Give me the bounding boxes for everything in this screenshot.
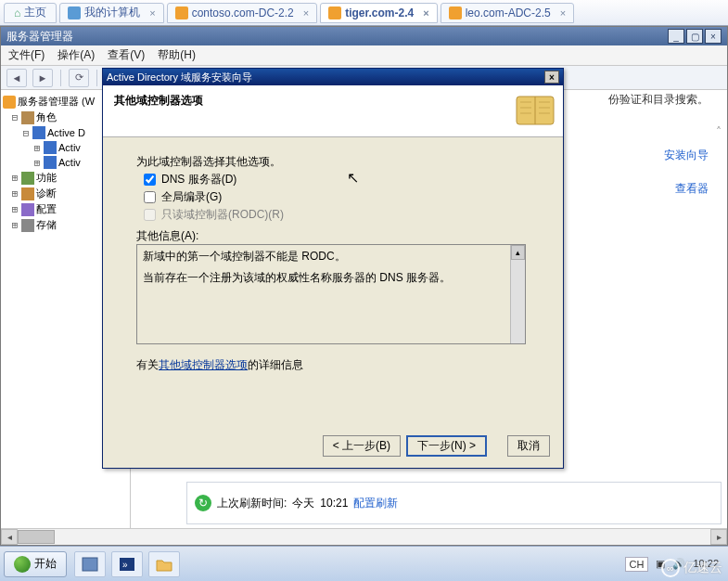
close-button[interactable]: × <box>705 29 722 44</box>
status-label: 上次刷新时间: <box>217 496 287 511</box>
tab-label: contoso.com-DC-2.2 <box>192 6 294 19</box>
collapse-arrow-icon[interactable]: ˄ <box>716 125 722 138</box>
expand-icon[interactable]: ⊞ <box>32 142 42 154</box>
expand-icon[interactable]: ⊞ <box>10 187 19 200</box>
more-prefix: 有关 <box>136 358 159 371</box>
rodc-checkbox <box>144 209 156 221</box>
expand-icon[interactable]: ⊞ <box>10 219 19 231</box>
taskbar-apps: » <box>74 551 180 577</box>
content-link[interactable]: 查看器 <box>675 181 709 197</box>
menu-action[interactable]: 操作(A) <box>57 47 95 63</box>
option-dns-row: DNS 服务器(D) <box>144 172 530 187</box>
task-powershell-icon[interactable]: » <box>111 551 143 577</box>
close-icon[interactable]: × <box>423 7 428 19</box>
roles-icon <box>21 111 34 124</box>
maximize-button[interactable]: ▢ <box>686 29 703 44</box>
horizontal-scrollbar[interactable]: ◂ ▸ <box>1 528 727 545</box>
powershell-icon: » <box>118 556 136 573</box>
scroll-thumb[interactable] <box>18 530 55 544</box>
computer-icon <box>68 6 81 19</box>
content-link[interactable]: 安装向导 <box>664 148 709 163</box>
tab-home-label: 主页 <box>24 5 46 20</box>
wizard-close-button[interactable]: × <box>544 71 559 84</box>
next-button[interactable]: 下一步(N) > <box>406 435 487 457</box>
tree-label: 服务器管理器 (W <box>18 95 95 109</box>
tab-leo[interactable]: leo.com-ADC-2.5 × <box>441 3 574 23</box>
status-refresh-link[interactable]: 配置刷新 <box>353 496 398 511</box>
wizard-titlebar[interactable]: Active Directory 域服务安装向导 × <box>103 69 563 85</box>
refresh-status-icon: ↻ <box>195 495 211 511</box>
svg-text:»: » <box>122 560 128 570</box>
watermark-text: 亿速云 <box>683 560 722 576</box>
minimize-button[interactable]: _ <box>668 29 684 44</box>
ad-icon <box>44 156 57 169</box>
task-explorer-icon[interactable] <box>148 551 180 577</box>
home-icon <box>14 6 20 19</box>
status-bar: ↻ 上次刷新时间: 今天 10:21 配置刷新 <box>186 482 722 524</box>
tab-home[interactable]: 主页 <box>4 3 57 23</box>
toolbar-back-button[interactable]: ◄ <box>6 69 27 87</box>
menu-view[interactable]: 查看(V) <box>108 47 145 63</box>
back-button[interactable]: < 上一步(B) <box>323 435 401 457</box>
more-suffix: 的详细信息 <box>248 358 303 371</box>
tree-label: Activ <box>58 157 81 168</box>
wizard-heading: 其他域控制器选项 <box>114 93 552 109</box>
collapse-icon[interactable]: ⊟ <box>10 111 19 123</box>
tab-tiger[interactable]: tiger.com-2.4 × <box>320 3 437 23</box>
tree-label: 诊断 <box>36 187 57 200</box>
vm-tab-bar: 主页 我的计算机 × contoso.com-DC-2.2 × tiger.co… <box>0 0 728 26</box>
wizard-prompt: 为此域控制器选择其他选项。 <box>136 154 530 170</box>
tree-label: 配置 <box>36 202 57 216</box>
info-line: 新域中的第一个域控制器不能是 RODC。 <box>143 249 519 265</box>
start-button[interactable]: 开始 <box>4 551 67 577</box>
close-icon[interactable]: × <box>303 7 309 19</box>
menu-file[interactable]: 文件(F) <box>8 47 45 63</box>
server-icon <box>175 6 188 19</box>
dns-checkbox[interactable] <box>144 174 156 186</box>
info-textbox[interactable]: 新域中的第一个域控制器不能是 RODC。 当前存在一个注册为该域的权威性名称服务… <box>136 244 526 344</box>
tab-contoso[interactable]: contoso.com-DC-2.2 × <box>167 3 317 23</box>
tree-label: 存储 <box>36 218 57 232</box>
info-vertical-scrollbar[interactable]: ▴ <box>510 245 525 343</box>
scroll-left-button[interactable]: ◂ <box>1 529 18 545</box>
gc-label: 全局编录(G) <box>161 189 222 205</box>
expand-icon[interactable]: ⊞ <box>10 172 19 184</box>
tree-label: Activ <box>58 142 81 153</box>
scroll-track[interactable] <box>18 529 710 545</box>
option-gc-row: 全局编录(G) <box>144 189 530 205</box>
server-icon <box>3 96 16 109</box>
more-info: 有关其他域控制器选项的详细信息 <box>136 357 530 373</box>
tab-label: 我的计算机 <box>84 5 140 20</box>
content-snippet: 份验证和目录搜索。 <box>608 92 709 108</box>
toolbar-forward-button[interactable]: ► <box>32 69 53 87</box>
more-info-link[interactable]: 其他域控制器选项 <box>159 358 248 371</box>
collapse-icon[interactable]: ⊟ <box>21 127 31 139</box>
server-manager-titlebar[interactable]: 服务器管理器 _ ▢ × <box>1 27 727 45</box>
wizard-button-row: < 上一步(B) 下一步(N) > 取消 <box>323 435 550 457</box>
ad-install-wizard-dialog: Active Directory 域服务安装向导 × 其他域控制器选项 为此域控… <box>102 68 564 469</box>
storage-icon <box>21 219 34 232</box>
windows-orb-icon <box>14 556 31 573</box>
task-server-manager-icon[interactable] <box>74 551 106 577</box>
scroll-right-button[interactable]: ▸ <box>710 529 727 545</box>
gc-checkbox[interactable] <box>144 191 156 203</box>
server-icon <box>328 6 341 19</box>
rodc-label: 只读域控制器(RODC)(R) <box>161 207 284 223</box>
language-indicator[interactable]: CH <box>625 557 649 572</box>
menu-help[interactable]: 帮助(H) <box>158 47 196 63</box>
scroll-up-button[interactable]: ▴ <box>511 245 525 260</box>
close-icon[interactable]: × <box>560 7 566 19</box>
features-icon <box>21 172 34 185</box>
expand-icon[interactable]: ⊞ <box>10 203 19 215</box>
wizard-book-icon <box>515 91 556 130</box>
tree-label: Active D <box>47 127 85 138</box>
tree-label: 功能 <box>36 171 57 185</box>
close-icon[interactable]: × <box>149 7 155 19</box>
start-label: 开始 <box>34 556 57 572</box>
toolbar-refresh-button[interactable]: ⟳ <box>69 69 89 87</box>
server-icon <box>449 6 462 19</box>
tab-my-computer[interactable]: 我的计算机 × <box>59 3 163 23</box>
expand-icon[interactable]: ⊞ <box>32 157 42 169</box>
cancel-button[interactable]: 取消 <box>507 435 550 457</box>
option-rodc-row: 只读域控制器(RODC)(R) <box>144 207 530 223</box>
